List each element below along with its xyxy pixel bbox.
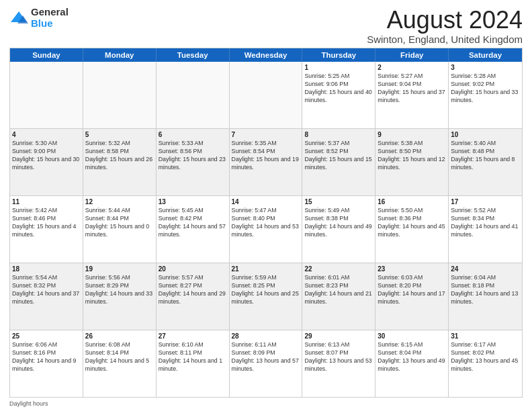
- sunset-text: Sunset: 8:27 PM: [159, 282, 227, 290]
- sunset-text: Sunset: 9:00 PM: [12, 148, 81, 156]
- day-number: 17: [451, 197, 520, 207]
- logo-icon: [9, 9, 28, 28]
- sunrise-text: Sunrise: 5:47 AM: [232, 207, 300, 215]
- day-cell-12: 12Sunrise: 5:44 AMSunset: 8:44 PMDayligh…: [83, 196, 157, 263]
- day-cell-27: 27Sunrise: 6:10 AMSunset: 8:11 PMDayligh…: [157, 330, 230, 397]
- daylight-text: Daylight: 15 hours and 40 minutes.: [304, 89, 373, 105]
- sunset-text: Sunset: 8:36 PM: [378, 215, 446, 223]
- day-cell-23: 23Sunrise: 6:03 AMSunset: 8:20 PMDayligh…: [375, 263, 449, 330]
- day-number: 30: [378, 332, 446, 341]
- sunset-text: Sunset: 8:20 PM: [378, 282, 446, 290]
- day-cell-16: 16Sunrise: 5:50 AMSunset: 8:36 PMDayligh…: [375, 196, 449, 263]
- day-number: 11: [12, 197, 81, 207]
- sunset-text: Sunset: 8:23 PM: [304, 282, 373, 290]
- day-number: 28: [232, 332, 300, 341]
- sunrise-text: Sunrise: 6:15 AM: [378, 341, 446, 349]
- sunrise-text: Sunrise: 6:01 AM: [304, 274, 373, 282]
- day-number: 10: [451, 130, 520, 140]
- week-row-5: 25Sunrise: 6:06 AMSunset: 8:16 PMDayligh…: [10, 330, 522, 397]
- daylight-text: Daylight: 15 hours and 4 minutes.: [12, 223, 81, 239]
- sunrise-text: Sunrise: 6:03 AM: [378, 274, 446, 282]
- day-cell-20: 20Sunrise: 5:57 AMSunset: 8:27 PMDayligh…: [157, 263, 230, 330]
- day-number: 19: [85, 265, 154, 274]
- header-day-sunday: Sunday: [10, 48, 83, 62]
- sunset-text: Sunset: 8:50 PM: [378, 148, 446, 156]
- day-cell-15: 15Sunrise: 5:49 AMSunset: 8:38 PMDayligh…: [302, 196, 375, 263]
- sunrise-text: Sunrise: 5:42 AM: [12, 207, 81, 215]
- daylight-text: Daylight: 14 hours and 37 minutes.: [12, 290, 81, 306]
- day-cell-4: 4Sunrise: 5:30 AMSunset: 9:00 PMDaylight…: [10, 129, 83, 195]
- header-day-wednesday: Wednesday: [230, 48, 303, 62]
- day-number: 21: [232, 265, 300, 274]
- day-cell-21: 21Sunrise: 5:59 AMSunset: 8:25 PMDayligh…: [230, 263, 303, 330]
- sunset-text: Sunset: 8:56 PM: [159, 148, 227, 156]
- day-number: 6: [159, 130, 227, 140]
- day-cell-17: 17Sunrise: 5:52 AMSunset: 8:34 PMDayligh…: [449, 196, 522, 263]
- logo-blue: Blue: [31, 18, 69, 30]
- week-row-4: 18Sunrise: 5:54 AMSunset: 8:32 PMDayligh…: [10, 263, 522, 330]
- sunset-text: Sunset: 8:11 PM: [159, 349, 227, 357]
- daylight-text: Daylight: 14 hours and 49 minutes.: [304, 223, 373, 239]
- sunrise-text: Sunrise: 5:57 AM: [159, 274, 227, 282]
- sunset-text: Sunset: 8:40 PM: [232, 215, 300, 223]
- daylight-text: Daylight: 15 hours and 12 minutes.: [378, 156, 446, 172]
- week-row-2: 4Sunrise: 5:30 AMSunset: 9:00 PMDaylight…: [10, 128, 522, 195]
- sunset-text: Sunset: 8:58 PM: [85, 148, 154, 156]
- sunrise-text: Sunrise: 5:54 AM: [12, 274, 81, 282]
- sunrise-text: Sunrise: 5:35 AM: [232, 140, 300, 148]
- sunset-text: Sunset: 8:48 PM: [451, 148, 520, 156]
- sunset-text: Sunset: 8:07 PM: [304, 349, 373, 357]
- logo-general: General: [31, 7, 69, 18]
- sunset-text: Sunset: 8:44 PM: [85, 215, 154, 223]
- sunset-text: Sunset: 8:38 PM: [304, 215, 373, 223]
- header-day-saturday: Saturday: [449, 48, 522, 62]
- sunrise-text: Sunrise: 5:25 AM: [304, 73, 373, 81]
- sunset-text: Sunset: 8:46 PM: [12, 215, 81, 223]
- sunset-text: Sunset: 9:06 PM: [304, 81, 373, 89]
- daylight-text: Daylight: 15 hours and 30 minutes.: [12, 156, 81, 172]
- day-number: 20: [159, 265, 227, 274]
- week-row-1: 1Sunrise: 5:25 AMSunset: 9:06 PMDaylight…: [10, 62, 522, 128]
- daylight-text: Daylight: 15 hours and 0 minutes.: [85, 223, 154, 239]
- daylight-text: Daylight: 14 hours and 29 minutes.: [159, 290, 227, 306]
- sunrise-text: Sunrise: 5:52 AM: [451, 207, 520, 215]
- sunset-text: Sunset: 8:34 PM: [451, 215, 520, 223]
- day-number: 26: [85, 332, 154, 341]
- day-cell-5: 5Sunrise: 5:32 AMSunset: 8:58 PMDaylight…: [83, 129, 157, 195]
- sunset-text: Sunset: 9:04 PM: [378, 81, 446, 89]
- daylight-text: Daylight: 15 hours and 23 minutes.: [159, 156, 227, 172]
- day-number: 18: [12, 265, 81, 274]
- header-day-thursday: Thursday: [302, 48, 375, 62]
- sunrise-text: Sunrise: 5:38 AM: [378, 140, 446, 148]
- day-number: 27: [159, 332, 227, 341]
- footer: Daylight hours: [9, 400, 523, 407]
- day-cell-14: 14Sunrise: 5:47 AMSunset: 8:40 PMDayligh…: [230, 196, 303, 263]
- day-number: 23: [378, 265, 446, 274]
- day-number: 22: [304, 265, 373, 274]
- logo: General Blue: [9, 7, 69, 29]
- day-cell-11: 11Sunrise: 5:42 AMSunset: 8:46 PMDayligh…: [10, 196, 83, 263]
- sunset-text: Sunset: 8:09 PM: [232, 349, 300, 357]
- day-number: 14: [232, 197, 300, 207]
- day-cell-3: 3Sunrise: 5:28 AMSunset: 9:02 PMDaylight…: [449, 62, 522, 128]
- sunrise-text: Sunrise: 6:13 AM: [304, 341, 373, 349]
- header-day-monday: Monday: [83, 48, 157, 62]
- sunset-text: Sunset: 8:29 PM: [85, 282, 154, 290]
- day-number: 2: [378, 63, 446, 73]
- daylight-text: Daylight: 14 hours and 21 minutes.: [304, 290, 373, 306]
- sunset-text: Sunset: 8:14 PM: [85, 349, 154, 357]
- day-cell-19: 19Sunrise: 5:56 AMSunset: 8:29 PMDayligh…: [83, 263, 157, 330]
- sunrise-text: Sunrise: 6:04 AM: [451, 274, 520, 282]
- sunrise-text: Sunrise: 5:40 AM: [451, 140, 520, 148]
- day-number: 7: [232, 130, 300, 140]
- calendar: SundayMondayTuesdayWednesdayThursdayFrid…: [9, 48, 523, 398]
- daylight-text: Daylight: 13 hours and 49 minutes.: [378, 357, 446, 373]
- day-cell-29: 29Sunrise: 6:13 AMSunset: 8:07 PMDayligh…: [302, 330, 375, 397]
- logo-text: General Blue: [31, 7, 69, 29]
- sunset-text: Sunset: 8:52 PM: [304, 148, 373, 156]
- daylight-text: Daylight: 13 hours and 53 minutes.: [304, 357, 373, 373]
- sunset-text: Sunset: 8:16 PM: [12, 349, 81, 357]
- week-row-3: 11Sunrise: 5:42 AMSunset: 8:46 PMDayligh…: [10, 195, 522, 263]
- daylight-text: Daylight: 15 hours and 37 minutes.: [378, 89, 446, 105]
- header-day-tuesday: Tuesday: [157, 48, 230, 62]
